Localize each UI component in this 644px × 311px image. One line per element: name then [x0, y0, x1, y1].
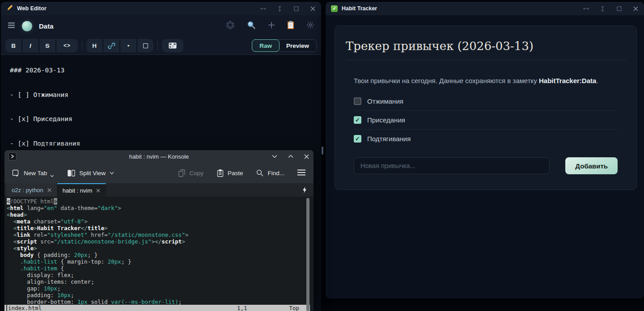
tab-raw[interactable]: Raw	[252, 39, 280, 52]
habit-label: Отжимания	[367, 97, 403, 105]
habit-list: Отжимания✓Приседания✓Подтягивания	[354, 92, 618, 148]
format-group-block: H •	[86, 39, 153, 52]
new-tab-label: New Tab	[24, 170, 47, 177]
habit-label: Подтягивания	[367, 135, 411, 143]
resize-horizontal-icon[interactable]	[260, 6, 266, 12]
markdown-line: - [ ] Отжимания	[10, 89, 321, 101]
editor-titlebar: Web Editor	[1, 2, 321, 15]
description-period: .	[596, 77, 598, 84]
format-group-text: B I S <>	[5, 39, 78, 52]
close-icon[interactable]	[304, 154, 309, 160]
konsole-tab[interactable]: habit : nvim	[57, 183, 106, 197]
markdown-line	[10, 101, 321, 113]
add-habit-row: Добавить	[354, 157, 618, 174]
bullet-list-button[interactable]: •	[120, 39, 136, 52]
check-badge-icon: ✓	[331, 5, 338, 12]
konsole-window: habit : nvim — Konsole New Tab Split Vie…	[4, 150, 314, 311]
konsole-titlebar: habit : nvim — Konsole	[4, 150, 314, 163]
paste-button[interactable]: Paste	[217, 169, 243, 177]
editor-scrollbar-thumb[interactable]	[322, 147, 323, 155]
resize-vertical-icon[interactable]	[277, 6, 283, 12]
code-line: padding: 10px;	[7, 292, 314, 298]
code-line: <html lang="en" data-theme="dark">	[7, 205, 314, 211]
search-icon[interactable]	[247, 21, 256, 31]
habit-checkbox-unchecked[interactable]	[354, 97, 361, 105]
clipboard-icon[interactable]	[287, 21, 294, 31]
code-line: border-bottom: 1px solid var(--ms-border…	[7, 298, 314, 305]
find-button[interactable]: Find...	[256, 169, 284, 177]
theme-sun-icon[interactable]	[306, 21, 314, 31]
code-line: .habit-list { margin-top: 20px; }	[7, 258, 314, 265]
maximize-icon[interactable]	[293, 6, 299, 12]
maximize-icon[interactable]	[288, 154, 293, 160]
view-toggle: Raw Preview	[252, 39, 317, 52]
terminal-view[interactable]: <!DOCTYPE html><html lang="en" data-them…	[4, 197, 314, 305]
code-line: <link rel="stylesheet" href="/static/moo…	[7, 231, 314, 238]
italic-button[interactable]: I	[22, 39, 38, 52]
new-habit-input[interactable]	[354, 157, 550, 174]
konsole-window-controls	[271, 154, 309, 160]
description-note-name: HabitTracker:Data	[539, 77, 596, 84]
code-line: align-items: center;	[7, 278, 314, 285]
close-icon[interactable]	[310, 6, 316, 12]
checkbox-icon	[143, 43, 148, 48]
tab-close-icon[interactable]	[96, 187, 100, 194]
konsole-tabbar: o2z : pythonhabit : nvim	[4, 183, 314, 197]
code-button[interactable]: <>	[56, 39, 78, 52]
hamburger-menu-icon[interactable]	[8, 22, 15, 30]
copy-button[interactable]: Copy	[178, 169, 203, 177]
terminal-scrollbar-thumb[interactable]	[306, 198, 309, 311]
task-list-button[interactable]	[137, 39, 153, 52]
code-line: display: flex;	[7, 272, 314, 278]
tabbar-flash-icon[interactable]	[302, 183, 314, 197]
habit-card-inner: Твои привычки на сегодня. Данные сохраня…	[346, 77, 626, 174]
habit-checkbox-checked[interactable]: ✓	[354, 116, 361, 124]
graph-view-icon[interactable]	[226, 21, 235, 31]
image-button[interactable]	[162, 39, 183, 52]
statusline-filename: index.html	[6, 305, 42, 311]
pencil-icon	[6, 4, 13, 13]
code-line: .habit-item {	[7, 265, 314, 272]
tab-preview[interactable]: Preview	[279, 40, 316, 51]
link-button[interactable]	[103, 39, 119, 52]
habit-checkbox-checked[interactable]: ✓	[354, 135, 361, 143]
habit-description: Твои привычки на сегодня. Данные сохраня…	[354, 77, 618, 84]
nvim-statusline: index.html 1,1 Top	[4, 305, 310, 311]
code-line: <meta charset="utf-8">	[7, 218, 314, 225]
bold-button[interactable]: B	[5, 39, 21, 52]
markdown-line	[10, 125, 321, 137]
paste-label: Paste	[228, 170, 243, 177]
minimize-icon[interactable]	[271, 154, 277, 160]
tab-label: o2z : python	[12, 187, 43, 193]
tab-label: habit : nvim	[63, 187, 92, 194]
konsole-hamburger-icon[interactable]	[297, 169, 306, 177]
strikethrough-button[interactable]: S	[39, 39, 55, 52]
split-view-button[interactable]: Split View	[68, 170, 114, 177]
copy-label: Copy	[189, 170, 203, 177]
new-tab-button[interactable]: New Tab	[12, 168, 54, 177]
add-habit-button[interactable]: Добавить	[565, 157, 618, 174]
code-line: <title>Habit Tracker</title>	[7, 225, 314, 231]
resize-vertical-icon[interactable]	[600, 6, 606, 12]
code-line: <head>	[7, 211, 314, 218]
editor-window-controls	[260, 6, 316, 12]
habit-label: Приседания	[367, 116, 405, 124]
statusline-scroll-position: Top	[289, 305, 299, 311]
split-view-label: Split View	[79, 170, 106, 177]
resize-horizontal-icon[interactable]	[583, 6, 589, 12]
markdown-line	[10, 76, 321, 88]
page-sphere-icon[interactable]	[22, 21, 32, 31]
tab-close-icon[interactable]	[47, 187, 51, 193]
plus-icon[interactable]	[268, 21, 275, 30]
konsole-tab[interactable]: o2z : python	[6, 183, 57, 197]
close-icon[interactable]	[633, 6, 639, 12]
editor-toolbar: Data	[1, 15, 321, 37]
habit-heading: Трекер привычек (2026-03-13)	[346, 39, 626, 60]
page-title: Data	[39, 22, 54, 30]
habit-titlebar: ✓ Habit Tracker	[326, 2, 644, 15]
editor-window-title: Web Editor	[17, 5, 47, 12]
maximize-icon[interactable]	[616, 6, 622, 12]
heading-button[interactable]: H	[86, 39, 102, 52]
konsole-window-title: habit : nvim — Konsole	[4, 153, 314, 160]
habit-item: ✓Подтягивания	[354, 130, 618, 148]
